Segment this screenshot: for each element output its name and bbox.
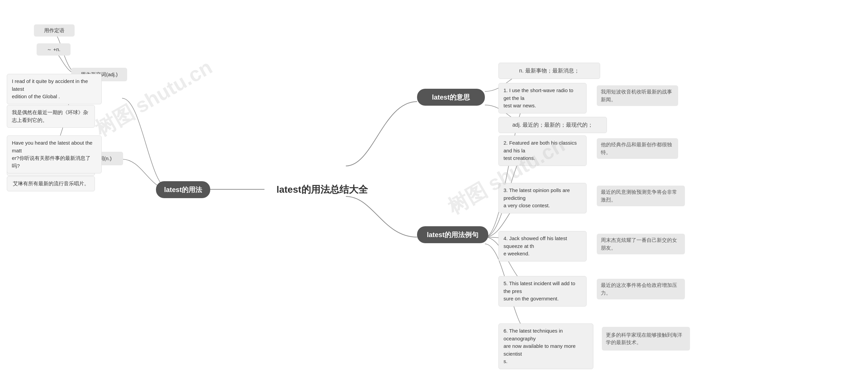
text1-node: I read of it quite by accident in the la… xyxy=(7,74,102,104)
text2-cn-node: 艾琳有所有最新的流行音乐唱片。 xyxy=(7,176,95,191)
meaning-adj-node: adj. 最近的；最新的；最现代的； xyxy=(498,117,607,133)
ex3-cn-node: 最近的民意测验预测竞争将会非常激烈。 xyxy=(597,186,685,206)
ex4-cn-node: 周末杰克炫耀了一番自己新交的女朋友。 xyxy=(597,234,685,254)
ex3-en-node: 3. The latest opinion polls are predicti… xyxy=(498,183,587,213)
ex4-en-node: 4. Jack showed off his latest squeeze at… xyxy=(498,231,587,261)
ex6-en-node: 6. The latest techniques in oceanography… xyxy=(498,323,593,369)
meaning-node: latest的意思 xyxy=(417,89,485,106)
ex5-cn-node: 最近的这次事件将会给政府增加压力。 xyxy=(597,279,685,299)
central-title: latest的用法总结大全 xyxy=(264,180,380,200)
text1-cn-node: 我是偶然在最近一期的《环球》杂志上看到它的。 xyxy=(7,105,95,128)
watermark-1: 树图 shutu.cn xyxy=(90,54,217,143)
ex2-en-node: 2. Featured are both his classics and hi… xyxy=(498,135,587,166)
plus-n-label-node: ～ +n. xyxy=(37,43,71,56)
usage-node: latest的用法 xyxy=(156,181,210,198)
ex1-en-node: 1. I use the short-wave radio to get the… xyxy=(498,83,587,113)
text3-node: Have you heard the latest about the matt… xyxy=(7,135,102,173)
ex2-cn-node: 他的经典作品和最新创作都很独特。 xyxy=(597,138,678,159)
ex5-en-node: 5. This latest incident will add to the … xyxy=(498,276,587,307)
mindmap-container: latest的用法总结大全 latest的用法 latest的意思 latest… xyxy=(0,0,868,379)
attr-label-node: 用作定语 xyxy=(34,24,75,37)
examples-node: latest的用法例句 xyxy=(417,226,488,243)
ex6-cn-node: 更多的科学家现在能够接触到海洋学的最新技术。 xyxy=(602,327,690,351)
connection-lines xyxy=(0,0,868,379)
meaning-n-node: n. 最新事物；最新消息； xyxy=(498,63,600,79)
ex1-cn-node: 我用短波收音机收听最新的战事新闻。 xyxy=(597,85,678,106)
